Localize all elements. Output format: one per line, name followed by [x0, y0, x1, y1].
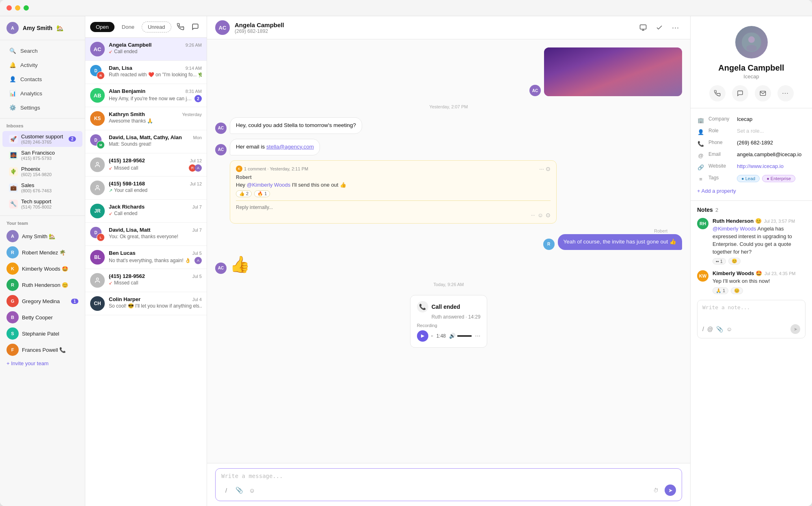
reaction-smile-ruth[interactable]: 😊	[728, 258, 741, 265]
inbox-phoenix[interactable]: 🌵 Phoenix (602) 154-9820	[2, 164, 82, 179]
volume-icon[interactable]: 🔊	[449, 333, 456, 339]
conv-time-alan: 8:31 AM	[186, 89, 202, 94]
main-nav: 🔍 Search 🔔 Activity 👤 Contacts 📊 Analyti…	[0, 40, 85, 118]
add-property-btn[interactable]: + Add a property	[697, 185, 806, 195]
reply-more-icon[interactable]: ···	[531, 212, 535, 218]
note-attachment-icon[interactable]: 📎	[716, 326, 723, 332]
conv-preview-angela: ↙ Call ended	[109, 49, 202, 54]
nav-settings[interactable]: ⚙️ Settings	[2, 101, 82, 114]
attachment-icon[interactable]: 📎	[234, 485, 244, 495]
play-button[interactable]: ▶	[417, 330, 428, 342]
tab-unread[interactable]: Unread	[142, 22, 171, 32]
conv-item-jack[interactable]: JR Jack Richards Jul 7 ↙ Call ended	[85, 200, 207, 223]
timestamp-yesterday: Yesterday, 2:07 PM	[215, 104, 682, 109]
contact-more-btn[interactable]: ···	[777, 85, 794, 101]
message-input[interactable]	[221, 473, 676, 479]
internal-comment: K 1 comment · Yesterday, 2:11 PM ··· ⊙ R…	[230, 160, 557, 224]
reaction-pray-kimberly[interactable]: 🙏 1	[713, 287, 728, 294]
contact-message-btn[interactable]	[732, 85, 748, 101]
team-avatar-robert: R	[6, 246, 19, 258]
resolve-btn[interactable]	[653, 21, 666, 34]
info-value-website[interactable]: http://www.icecap.io	[737, 163, 806, 169]
inbox-customer-support[interactable]: 🚀 Customer support (628) 246-3765 2	[2, 131, 82, 147]
progress-bar[interactable]	[432, 335, 433, 337]
tab-open[interactable]: Open	[90, 22, 114, 32]
conv-item-alan[interactable]: AB Alan Benjamin 8:31 AM Hey Amy, if you…	[85, 84, 207, 107]
conv-item-colin[interactable]: CH Colin Harper Jul 4 So cool! 😎 I'll le…	[85, 292, 207, 315]
nav-analytics[interactable]: 📊 Analytics	[2, 86, 82, 100]
conv-item-david-group[interactable]: D M David, Lisa, Matt, Cathy, Alan Mon M…	[85, 130, 207, 153]
conv-item-angela[interactable]: AC Angela Campbell 9:26 AM ↙ Call ended	[85, 38, 207, 61]
note-slash-icon[interactable]: /	[702, 326, 704, 332]
inbox-sales[interactable]: 💼 Sales (800) 676-7463	[2, 180, 82, 196]
reply-at-icon[interactable]: ⊙	[546, 212, 551, 218]
contacts-icon: 👤	[9, 75, 16, 83]
team-member-frances[interactable]: F Frances Powell 📞	[0, 342, 85, 358]
conv-preview-jack: ↙ Call ended	[109, 211, 202, 216]
conv-item-ben[interactable]: BL Ben Lucas Jul 5 No that's everything,…	[85, 246, 207, 269]
tab-done[interactable]: Done	[116, 22, 140, 32]
inbox-tech-support[interactable]: 🔧 Tech support (514) 705-8002	[2, 196, 82, 212]
conv-name-colin: Colin Harper	[109, 296, 140, 302]
send-option-btn[interactable]: ⏱	[649, 484, 662, 497]
close-button[interactable]	[6, 5, 12, 11]
team-member-stephanie[interactable]: S Stephanie Patel	[0, 325, 85, 342]
more-btn[interactable]: ···	[669, 21, 682, 34]
email-link[interactable]: stella@agency.com	[266, 144, 314, 150]
conv-item-415-128[interactable]: (415) 128-9562 Jul 12 ↙ Missed call R A	[85, 153, 207, 177]
team-member-kimberly[interactable]: K Kimberly Woods 🤩	[0, 261, 85, 277]
call-icon-btn[interactable]	[175, 20, 188, 33]
svg-point-5	[748, 37, 755, 43]
note-send-button[interactable]: ➤	[790, 324, 800, 334]
inbox-badge-customer-support: 2	[69, 136, 76, 142]
team-member-gregory[interactable]: G Gregory Medina 1	[0, 293, 85, 309]
team-member-amy[interactable]: A Amy Smith 🏡	[0, 228, 85, 244]
note-at-icon[interactable]: @	[707, 326, 713, 332]
minimize-button[interactable]	[15, 5, 20, 11]
comment-close-icon[interactable]: ⊙	[546, 166, 551, 172]
team-member-betty[interactable]: B Betty Cooper	[0, 309, 85, 325]
volume-bar: 🔊	[449, 333, 472, 339]
tag-lead[interactable]: ● Lead	[737, 175, 760, 182]
conv-avatar-ben: BL	[90, 250, 105, 265]
reply-emoji-icon[interactable]: ☺	[538, 212, 543, 218]
note-input[interactable]	[702, 304, 800, 321]
slash-command-icon[interactable]: /	[221, 485, 231, 495]
conv-item-kathryn[interactable]: KS Kathryn Smith Yesterday Awesome thank…	[85, 107, 207, 130]
nav-activity[interactable]: 🔔 Activity	[2, 58, 82, 72]
reaction-fire[interactable]: 🔥 1	[254, 190, 270, 197]
internal-reply-input[interactable]	[236, 205, 551, 210]
analytics-icon: 📊	[9, 90, 16, 97]
conv-name-415-598: (415) 598-1168	[109, 181, 145, 187]
screenshare-btn[interactable]	[637, 21, 650, 34]
notes-label: Notes	[697, 207, 713, 213]
reaction-smile-kimberly[interactable]: 😊	[731, 287, 743, 294]
info-value-role[interactable]: Set a role...	[737, 128, 806, 134]
team-member-ruth[interactable]: R Ruth Henderson 😊	[0, 277, 85, 293]
invite-team-link[interactable]: + Invite your team	[0, 358, 85, 369]
conv-item-dan-lisa[interactable]: D R Dan, Lisa 9:14 AM Ruth reacted with …	[85, 61, 207, 84]
emoji-picker-icon[interactable]: ☺	[247, 485, 257, 495]
audio-more-icon[interactable]: ···	[475, 332, 480, 340]
conv-item-415-128-jul5[interactable]: (415) 128-9562 Jul 5 ↙ Missed call	[85, 269, 207, 292]
note-emoji-icon[interactable]: ☺	[726, 326, 732, 332]
volume-track[interactable]	[457, 335, 472, 337]
conv-item-415-598[interactable]: (415) 598-1168 Jul 12 ↗ Your call ended	[85, 177, 207, 200]
maximize-button[interactable]	[24, 5, 29, 11]
conv-item-david-lisa-matt[interactable]: D L David, Lisa, Matt Jul 7 You: Ok grea…	[85, 223, 207, 246]
tag-enterprise[interactable]: ● Enterprise	[762, 175, 795, 182]
inbox-san-francisco[interactable]: 🌉 San Francisco (415) 875-5793	[2, 147, 82, 163]
comment-more-icon[interactable]: ···	[539, 166, 544, 172]
nav-search[interactable]: 🔍 Search	[2, 44, 82, 58]
compose-icon-btn[interactable]	[189, 20, 202, 33]
reaction-thumbsup[interactable]: 👍 2	[236, 190, 252, 197]
contact-call-btn[interactable]	[709, 85, 726, 101]
nav-contacts[interactable]: 👤 Contacts	[2, 72, 82, 86]
send-button[interactable]: ➤	[665, 484, 676, 496]
contact-email-btn[interactable]	[755, 85, 771, 101]
reaction-dots-ruth[interactable]: •• 1	[713, 258, 726, 265]
msg-avatar-ac-2: AC	[215, 123, 227, 134]
user-profile[interactable]: A Amy Smith 🏡	[0, 16, 85, 40]
msg-bubble-2: Her email is stella@agency.com	[230, 139, 320, 155]
team-member-robert[interactable]: R Robert Mendez 🌴	[0, 244, 85, 261]
